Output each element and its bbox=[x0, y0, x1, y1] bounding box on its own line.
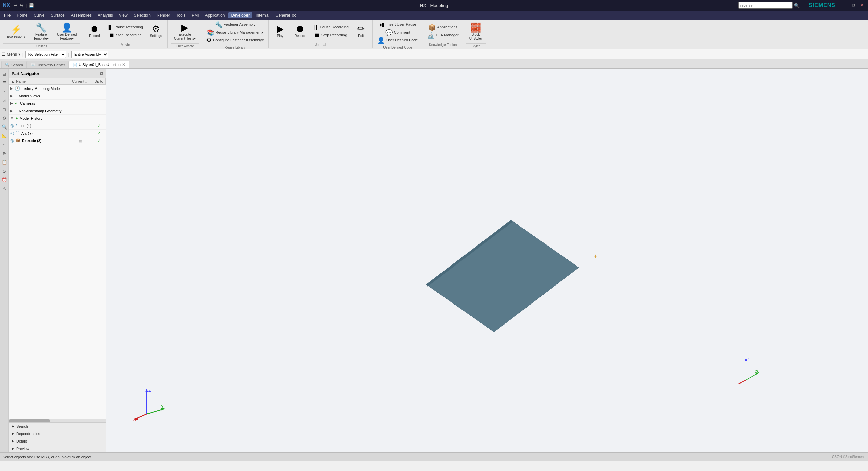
menu-toggle[interactable]: ☰ Menu ▾ bbox=[2, 52, 20, 57]
nav-icon-arrows[interactable]: ↕ bbox=[1, 88, 8, 95]
menu-surface[interactable]: Surface bbox=[48, 12, 67, 18]
details-section-header[interactable]: ▶ Details bbox=[9, 437, 106, 445]
menu-developer[interactable]: Developer bbox=[228, 12, 252, 18]
dfa-manager-button[interactable]: 🔬 DFA Manager bbox=[425, 32, 460, 39]
close-button[interactable]: ✕ bbox=[859, 2, 865, 9]
extrude-icon: ◎ bbox=[10, 138, 14, 143]
nav-icon-house[interactable]: ⌂ bbox=[1, 141, 8, 148]
nav-icon-gear[interactable]: ⚙ bbox=[1, 114, 8, 122]
user-defined-code-button[interactable]: 👤 User Defined Code bbox=[375, 37, 420, 44]
file-tab-close[interactable]: ✕ bbox=[122, 62, 125, 67]
selection-filter-select[interactable]: No Selection Filter bbox=[25, 51, 66, 58]
dfa-manager-label: DFA Manager bbox=[436, 33, 458, 37]
configure-fastener-button[interactable]: ⚙ Configure Fastener Assembly▾ bbox=[204, 37, 266, 44]
menu-application[interactable]: Application bbox=[202, 12, 228, 18]
col-name[interactable]: ▲ Name bbox=[9, 78, 68, 84]
nav-icon-list[interactable]: 📋 bbox=[1, 158, 8, 166]
menu-assemblies[interactable]: Assemblies bbox=[68, 12, 94, 18]
assembly-filter-select[interactable]: Entire Assembly bbox=[71, 51, 108, 58]
stop-recording-button[interactable]: ⏹ Stop Recording bbox=[105, 32, 145, 39]
tree-item-cameras[interactable]: ▶ ✓ Cameras bbox=[9, 100, 106, 107]
tree-item-nontimestamp[interactable]: ▶ + Non-timestamp Geometry bbox=[9, 107, 106, 115]
viewport[interactable]: ZC YC XC Z Y bbox=[106, 69, 868, 452]
cameras-arrow[interactable]: ▶ bbox=[10, 101, 13, 105]
menu-render[interactable]: Render bbox=[154, 12, 173, 18]
fastener-assembly-button[interactable]: 🔩 Fastener Assembly bbox=[204, 21, 266, 28]
nav-icon-menu[interactable]: ☰ bbox=[1, 79, 8, 86]
nav-icon-plus[interactable]: ⊕ bbox=[1, 150, 8, 157]
tree-item-model-views[interactable]: ▶ + Model Views bbox=[9, 92, 106, 100]
nav-icon-warning[interactable]: ⚠ bbox=[1, 185, 8, 192]
tab-search[interactable]: 🔍 Search bbox=[1, 61, 27, 68]
journal-stop-button[interactable]: ⏹ Stop Recording bbox=[311, 32, 351, 39]
svg-text:Y: Y bbox=[161, 404, 164, 409]
nav-icon-circle[interactable]: ⊙ bbox=[1, 167, 8, 175]
tree-item-arc[interactable]: ◎ ⌒ Arc (7) ✓ bbox=[9, 130, 106, 137]
model-history-arrow[interactable]: ▼ bbox=[10, 116, 14, 120]
part-navigator-maximize[interactable]: ⧉ bbox=[100, 71, 103, 76]
nav-icon-home[interactable]: ⊞ bbox=[1, 70, 8, 78]
tree-empty-space bbox=[9, 144, 106, 280]
expressions-button[interactable]: ⚡ Expressions bbox=[3, 23, 28, 41]
history-mode-arrow[interactable]: ▶ bbox=[10, 86, 13, 90]
menu-file[interactable]: File bbox=[1, 12, 13, 18]
preview-section-header[interactable]: ▶ Preview bbox=[9, 445, 106, 452]
user-defined-feature-button[interactable]: 👤 User DefinedFeature▾ bbox=[54, 21, 80, 43]
menu-home[interactable]: Home bbox=[14, 12, 30, 18]
nav-icon-triangle[interactable]: ⊿ bbox=[1, 97, 8, 104]
nav-icon-draw[interactable]: 📐 bbox=[1, 132, 8, 139]
tree-hscroll[interactable] bbox=[9, 419, 106, 422]
model-views-arrow[interactable]: ▶ bbox=[10, 94, 13, 98]
nav-icon-search[interactable]: 🔍 bbox=[1, 123, 8, 131]
dependencies-section-header[interactable]: ▶ Dependencies bbox=[9, 430, 106, 437]
play-label: Play bbox=[277, 34, 283, 38]
nontimestamp-arrow[interactable]: ▶ bbox=[10, 109, 13, 113]
minimize-button[interactable]: — bbox=[842, 2, 849, 9]
nav-icon-square[interactable]: ◻ bbox=[1, 105, 8, 113]
ribbon-content: ⚡ Expressions 🔧 FeatureTemplate▾ 👤 User … bbox=[0, 20, 868, 49]
search-section-header[interactable]: ▶ Search bbox=[9, 423, 106, 430]
play-button[interactable]: ▶ Play bbox=[271, 22, 290, 40]
pause-recording-button[interactable]: ⏸ Pause Recording bbox=[105, 24, 145, 31]
kf-vertical-buttons: 📦 Applications 🔬 DFA Manager bbox=[425, 24, 460, 39]
tab-uistyler[interactable]: 📄 UIStyler01_BaseUI.prt □ ✕ bbox=[69, 61, 129, 68]
edit-button[interactable]: ✏ Edit bbox=[352, 22, 370, 40]
journal-pause-button[interactable]: ⏸ Pause Recording bbox=[311, 24, 351, 31]
insert-user-pause-button[interactable]: ⏯ Insert User Pause bbox=[375, 21, 420, 28]
hscroll-thumb[interactable] bbox=[9, 419, 50, 422]
record-button[interactable]: ⏺ Record bbox=[85, 22, 103, 40]
tab-discovery[interactable]: 📖 Discovery Center bbox=[27, 61, 69, 68]
tree-item-model-history[interactable]: ▼ ● Model History bbox=[9, 115, 106, 122]
title-bar: NX ↩ ↪ | 💾 NX - Modeling 🔍 | SIEMENS — ⧉… bbox=[0, 0, 868, 11]
extrude-name: ◎ 📦 Extrude (8) bbox=[9, 138, 68, 143]
quick-access-redo[interactable]: ↪ bbox=[20, 3, 24, 8]
block-ui-styler-button[interactable]: 🧱 BlockUI Styler bbox=[466, 21, 486, 43]
search-icon[interactable]: 🔍 bbox=[794, 3, 800, 8]
tree-item-history-mode[interactable]: ▶ 🕐 History Modeling Mode bbox=[9, 85, 106, 92]
search-input[interactable] bbox=[738, 2, 793, 9]
settings-button[interactable]: ⚙ Settings bbox=[146, 22, 165, 40]
restore-button[interactable]: ⧉ bbox=[850, 2, 857, 9]
nav-icon-clock[interactable]: ⏰ bbox=[1, 176, 8, 183]
tree-item-extrude[interactable]: ◎ 📦 Extrude (8) ▦ ✓ bbox=[9, 137, 106, 144]
menu-selection[interactable]: Selection bbox=[131, 12, 153, 18]
menu-tools[interactable]: Tools bbox=[173, 12, 188, 18]
menu-internal[interactable]: Internal bbox=[253, 12, 272, 18]
tree-item-line[interactable]: ◎ / Line (4) ✓ bbox=[9, 122, 106, 130]
menu-curve[interactable]: Curve bbox=[31, 12, 47, 18]
journal-record-button[interactable]: ⏺ Record bbox=[291, 22, 309, 40]
comment-button[interactable]: 💬 Comment bbox=[375, 29, 420, 36]
quick-access-undo[interactable]: ↩ bbox=[14, 3, 18, 8]
journal-stop-icon: ⏹ bbox=[314, 32, 320, 38]
menu-generaltool[interactable]: GeneralTool bbox=[273, 12, 300, 18]
menu-analysis[interactable]: Analysis bbox=[95, 12, 116, 18]
reuse-library-mgmt-button[interactable]: 📚 Reuse Library Management▾ bbox=[204, 29, 266, 36]
execute-tests-button[interactable]: ▶ ExecuteCurrent Tests▾ bbox=[171, 21, 199, 43]
feature-template-button[interactable]: 🔧 FeatureTemplate▾ bbox=[30, 21, 52, 43]
user-defined-code-label: User Defined Code bbox=[386, 38, 418, 42]
applications-button[interactable]: 📦 Applications bbox=[425, 24, 460, 31]
quick-access-save[interactable]: 💾 bbox=[29, 3, 34, 8]
crosshair-indicator: + bbox=[594, 253, 597, 260]
menu-pmi[interactable]: PMI bbox=[189, 12, 201, 18]
menu-view[interactable]: View bbox=[116, 12, 131, 18]
